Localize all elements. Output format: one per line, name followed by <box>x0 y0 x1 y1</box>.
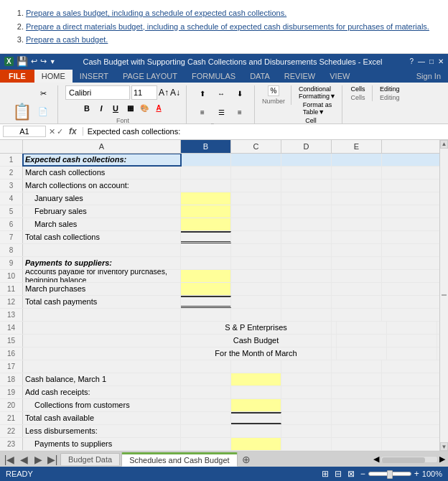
cell-b19[interactable] <box>181 386 231 398</box>
close-button[interactable]: ✕ <box>438 57 444 65</box>
cell-e19[interactable] <box>332 386 382 398</box>
vertical-scrollbar[interactable]: ▲ ▼ <box>439 140 448 452</box>
col-header-b[interactable]: B <box>181 140 231 153</box>
cell-b10[interactable] <box>181 270 231 282</box>
cell-c21[interactable] <box>231 412 281 424</box>
cell-c8[interactable] <box>231 244 281 256</box>
cell-reference-input[interactable] <box>3 126 46 137</box>
cell-c4[interactable] <box>231 192 281 205</box>
cell-a16[interactable] <box>23 347 181 360</box>
cell-c23[interactable] <box>231 438 281 450</box>
cell-b3[interactable] <box>181 179 231 192</box>
cell-d6[interactable] <box>281 218 332 230</box>
cell-b8[interactable] <box>181 244 231 256</box>
cell-a20[interactable]: Collections from customers <box>23 399 181 411</box>
font-name-input[interactable] <box>65 85 130 100</box>
cell-b22[interactable] <box>181 425 231 437</box>
cell-c14[interactable] <box>332 322 337 334</box>
cell-d5[interactable] <box>281 205 332 218</box>
cancel-formula-icon[interactable]: ✕ <box>49 127 55 136</box>
copy-button[interactable]: 📄 <box>34 103 52 121</box>
cell-d13[interactable] <box>281 309 332 321</box>
cell-e5[interactable] <box>332 205 382 218</box>
cell-e6[interactable] <box>332 218 382 230</box>
tab-file[interactable]: FILE <box>0 70 34 83</box>
border-button[interactable]: ▦ <box>123 102 136 115</box>
view-normal-icon[interactable]: ⊞ <box>322 469 329 479</box>
cell-a21[interactable]: Total cash available <box>23 412 181 424</box>
cell-e21[interactable] <box>332 412 382 424</box>
cell-c12[interactable] <box>231 296 281 308</box>
cell-a10[interactable]: Accounts payable for inventory purchases… <box>23 270 181 282</box>
cell-b9[interactable] <box>181 257 231 269</box>
cell-b16[interactable]: For the Month of March <box>181 347 332 360</box>
cell-b6[interactable] <box>181 218 231 230</box>
cell-a23[interactable]: Payments to suppliers <box>23 438 181 450</box>
cell-d14[interactable] <box>337 322 387 334</box>
tab-view[interactable]: VIEW <box>322 70 357 83</box>
sign-in-button[interactable]: Sign In <box>409 70 448 83</box>
cell-e9[interactable] <box>332 257 382 269</box>
cell-c22[interactable] <box>231 425 281 437</box>
cell-d16[interactable] <box>337 347 387 360</box>
table-row[interactable]: 8 <box>0 244 439 257</box>
zoom-in-button[interactable]: + <box>414 469 419 479</box>
cell-d10[interactable] <box>281 270 332 282</box>
tab-home[interactable]: HOME <box>34 70 73 83</box>
cell-d2[interactable] <box>281 167 332 179</box>
cell-e12[interactable] <box>332 296 382 308</box>
cell-d18[interactable] <box>281 373 332 386</box>
decrease-font-button[interactable]: A↓ <box>170 88 180 98</box>
cell-d19[interactable] <box>281 386 332 398</box>
cell-e8[interactable] <box>332 244 382 256</box>
increase-font-button[interactable]: A↑ <box>159 88 169 98</box>
hscroll-right[interactable]: ▶ <box>439 454 445 464</box>
align-right-button[interactable]: ≡ <box>231 104 248 121</box>
cell-c6[interactable] <box>231 218 281 230</box>
cell-d23[interactable] <box>281 438 332 450</box>
sheet-tab-schedules[interactable]: Schedules and Cash Budget <box>121 452 237 467</box>
cell-c5[interactable] <box>231 205 281 218</box>
cut-button[interactable]: ✂ <box>34 85 52 103</box>
table-row[interactable]: 20 Collections from customers <box>0 399 439 412</box>
sheet-tab-budget-data[interactable]: Budget Data <box>60 453 120 465</box>
cell-a14[interactable] <box>23 322 181 334</box>
cell-a5[interactable]: February sales <box>23 205 181 218</box>
quick-access-more[interactable]: ▼ <box>50 58 56 65</box>
cell-a6[interactable]: March sales <box>23 218 181 230</box>
col-header-d[interactable]: D <box>281 140 332 153</box>
align-center-button[interactable]: ☰ <box>213 104 230 121</box>
align-top-button[interactable]: ⬆ <box>194 85 211 103</box>
cell-c1[interactable] <box>231 154 281 166</box>
cell-e2[interactable] <box>332 167 382 179</box>
instruction-1-link[interactable]: Prepare a sales budget, including a sche… <box>26 9 286 17</box>
cell-b7[interactable] <box>181 231 231 243</box>
table-row[interactable]: 21 Total cash available <box>0 412 439 425</box>
cell-d8[interactable] <box>281 244 332 256</box>
cell-b20[interactable] <box>181 399 231 411</box>
cell-e13[interactable] <box>332 309 382 321</box>
scroll-up-button[interactable]: ▲ <box>440 140 448 149</box>
cell-b12[interactable] <box>181 296 231 308</box>
align-middle-button[interactable]: ↔ <box>213 85 230 103</box>
formula-input[interactable] <box>83 127 445 136</box>
cell-d9[interactable] <box>281 257 332 269</box>
align-bottom-button[interactable]: ⬇ <box>231 85 248 103</box>
instruction-3-link[interactable]: Prepare a cash budget. <box>26 35 108 44</box>
tab-nav-prev[interactable]: ◀ <box>17 453 30 466</box>
editing-button[interactable]: Editing <box>380 85 400 93</box>
cell-e4[interactable] <box>332 192 382 205</box>
table-row[interactable]: 4 January sales <box>0 192 439 205</box>
cell-c10[interactable] <box>231 270 281 282</box>
italic-button[interactable]: I <box>95 102 108 115</box>
table-row[interactable]: 9 Payments to suppliers: <box>0 257 439 270</box>
cell-a11[interactable]: March purchases <box>23 283 181 295</box>
align-left-button[interactable]: ≡ <box>194 104 211 121</box>
table-row[interactable]: 16 For the Month of March <box>0 347 439 360</box>
cell-c20[interactable] <box>231 399 281 411</box>
cell-e17[interactable] <box>332 360 382 373</box>
table-row[interactable]: 12 Total cash payments <box>0 296 439 309</box>
underline-button[interactable]: U <box>109 102 122 115</box>
cell-e11[interactable] <box>332 283 382 295</box>
cell-b23[interactable] <box>181 438 231 450</box>
